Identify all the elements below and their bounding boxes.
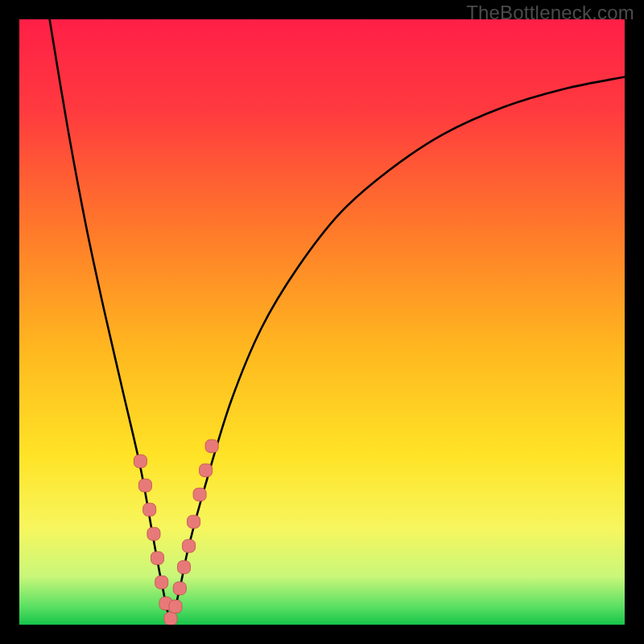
- marker-dot: [188, 515, 200, 528]
- marker-dot: [134, 455, 147, 468]
- marker-dot: [151, 551, 163, 564]
- marker-dot: [143, 503, 156, 516]
- marker-dot: [200, 464, 213, 477]
- marker-dot: [205, 440, 218, 452]
- chart-frame: [19, 19, 625, 625]
- marker-dot: [169, 600, 182, 613]
- watermark-text: TheBottleneck.com: [466, 2, 634, 24]
- marker-dot: [178, 561, 191, 574]
- marker-dot: [173, 582, 186, 595]
- marker-dot: [147, 527, 160, 540]
- marker-dot: [183, 539, 196, 552]
- marker-dot: [193, 488, 206, 501]
- gradient-background: [19, 19, 625, 625]
- bottleneck-chart: [19, 19, 625, 625]
- marker-dot: [155, 576, 168, 588]
- marker-dot: [138, 479, 151, 492]
- marker-dot: [164, 612, 177, 625]
